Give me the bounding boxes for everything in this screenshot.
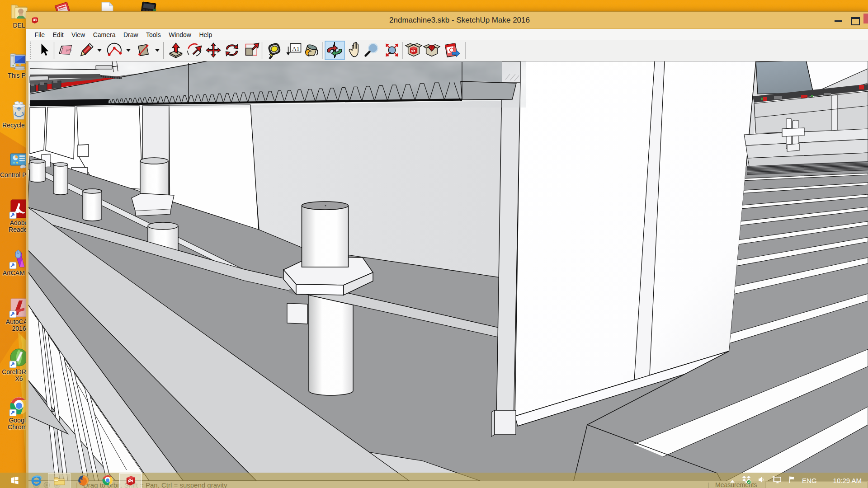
tool-3d-warehouse[interactable] — [406, 43, 422, 56]
support-cylinder — [30, 160, 45, 182]
minimize-button[interactable] — [831, 12, 845, 28]
leveling-bolt — [302, 202, 349, 267]
tool-follow-me[interactable] — [188, 44, 202, 56]
tool-rotate[interactable] — [226, 45, 238, 56]
taskbar-chrome[interactable] — [99, 473, 116, 488]
menu-draw[interactable]: Draw — [120, 29, 141, 40]
tool-pan[interactable] — [349, 42, 358, 56]
window-titlebar[interactable]: 2ndmachine3.skb - SketchUp Make 2016 — [26, 12, 868, 29]
tool-text[interactable]: A1 — [287, 43, 301, 55]
tool-zoom[interactable] — [366, 43, 378, 56]
menu-tools[interactable]: Tools — [143, 29, 164, 40]
system-tray: ENG 10:29 AM — [730, 473, 868, 488]
support-cylinder — [83, 189, 102, 221]
tool-select[interactable] — [42, 43, 49, 56]
tool-move[interactable] — [206, 43, 220, 57]
model-viewport[interactable] — [26, 61, 868, 481]
tool-extension-warehouse[interactable] — [424, 45, 440, 56]
tool-send-to-layout[interactable] — [445, 43, 460, 57]
tool-push-pull[interactable] — [170, 43, 182, 57]
tool-arc[interactable] — [108, 43, 122, 56]
tool-paint-bucket[interactable] — [305, 44, 319, 57]
support-plate — [132, 193, 174, 211]
sketchup-logo-icon — [31, 16, 39, 24]
dropdown-arrow-icon[interactable] — [155, 49, 160, 52]
sketchup-window: 2ndmachine3.skb - SketchUp Make 2016 Fil… — [26, 11, 868, 488]
dropdown-arrow-icon[interactable] — [97, 49, 102, 52]
menu-bar: File Edit View Camera Draw Tools Window … — [26, 29, 868, 40]
maximize-button[interactable] — [848, 12, 862, 28]
menu-window[interactable]: Window — [166, 29, 194, 40]
text-tool-glyph: A1 — [292, 45, 299, 52]
distant-machine — [744, 61, 868, 166]
taskbar-firefox[interactable] — [75, 473, 91, 488]
menu-view[interactable]: View — [69, 29, 88, 40]
close-button[interactable] — [863, 14, 868, 23]
taskbar: ENG 10:29 AM — [0, 473, 868, 488]
menu-file[interactable]: File — [32, 29, 48, 40]
dropdown-arrow-icon[interactable] — [126, 49, 131, 52]
toolbar-grip — [30, 42, 31, 59]
support-cylinder — [53, 163, 68, 195]
3d-scene — [28, 61, 868, 481]
start-button[interactable] — [6, 473, 23, 488]
network-icon[interactable] — [772, 476, 782, 485]
language-indicator[interactable]: ENG — [802, 477, 817, 484]
tool-shapes[interactable] — [138, 44, 149, 56]
action-center-icon[interactable] — [788, 476, 796, 485]
menu-camera[interactable]: Camera — [90, 29, 118, 40]
tool-tape-measure[interactable] — [265, 42, 282, 60]
tool-line[interactable] — [79, 43, 93, 57]
tool-zoom-extents[interactable] — [387, 45, 398, 56]
clock[interactable]: 10:29 AM — [833, 477, 862, 484]
menu-help[interactable]: Help — [196, 29, 215, 40]
toolbar: pink A1 — [26, 40, 868, 61]
taskbar-internet-explorer[interactable] — [28, 473, 44, 488]
taskbar-file-explorer[interactable] — [48, 473, 71, 488]
show-hidden-icons[interactable] — [730, 477, 735, 484]
dropbox-icon[interactable] — [741, 475, 751, 486]
taskbar-sketchup[interactable] — [119, 473, 142, 488]
tool-eraser[interactable]: pink — [57, 43, 74, 57]
tool-scale[interactable] — [246, 43, 259, 55]
shelf-bracket — [287, 303, 307, 324]
lower-bolt-cylinder — [309, 295, 353, 395]
window-title: 2ndmachine3.skb - SketchUp Make 2016 — [51, 16, 868, 25]
menu-edit[interactable]: Edit — [50, 29, 66, 40]
volume-icon[interactable] — [758, 476, 765, 485]
